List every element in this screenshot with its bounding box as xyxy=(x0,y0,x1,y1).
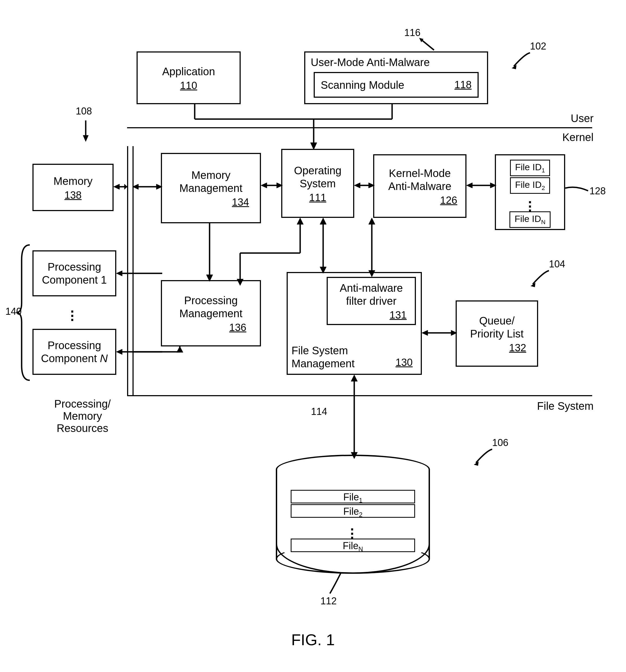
file-system-mgmt-label: File System Management xyxy=(292,344,354,369)
arrow-bus-memmgmt xyxy=(132,181,162,192)
svg-marker-25 xyxy=(490,183,496,188)
svg-marker-38 xyxy=(369,270,375,277)
svg-marker-19 xyxy=(277,183,282,188)
user-anti-malware-box: User-Mode Anti-Malware Scanning Module 1… xyxy=(304,51,488,104)
svg-marker-45 xyxy=(116,349,122,355)
file-id-row-1: File ID1 xyxy=(510,160,550,176)
pointer-112 xyxy=(325,573,346,595)
memory-mgmt-label: Memory Management xyxy=(178,168,244,196)
file-system-tier-label: File System xyxy=(523,400,594,412)
callout-140: 140 xyxy=(5,306,22,317)
file-id-box: File ID1 File ID2 ... File IDN xyxy=(495,154,565,230)
figure-caption: FIG. 1 xyxy=(0,631,626,649)
queue-label: Queue/ Priority List xyxy=(469,313,525,341)
memory-mgmt-ref: 134 xyxy=(232,196,249,209)
processing-component-n-label: Processing Component N xyxy=(40,338,109,366)
arrow-memmgmt-procmgmt xyxy=(204,223,215,282)
scanning-module-label: Scanning Module xyxy=(321,78,404,92)
memory-label: Memory xyxy=(52,173,94,189)
processing-mgmt-ref: 136 xyxy=(229,321,246,334)
file-rows-dots: ... xyxy=(350,524,354,536)
pointer-116 xyxy=(419,38,446,54)
svg-marker-12 xyxy=(114,184,120,189)
kernel-anti-malware-ref: 126 xyxy=(440,194,457,207)
database-cylinder: File1 File2 ... FileN xyxy=(276,455,430,574)
pointer-128 xyxy=(565,183,590,193)
file-row-1: File1 xyxy=(291,490,415,503)
user-tier-label: User xyxy=(561,112,594,124)
arrow-fsm-queue xyxy=(422,328,457,338)
processing-components-dots: ... xyxy=(70,306,74,318)
memory-box: Memory 138 xyxy=(32,164,114,211)
svg-marker-43 xyxy=(116,271,122,276)
arrow-bus-procmgmt-up xyxy=(132,346,203,363)
filter-driver-box: Anti-malware filter driver 131 xyxy=(327,277,416,325)
pointer-106 xyxy=(471,448,495,467)
svg-marker-15 xyxy=(132,184,139,189)
arrow-proc1-bus xyxy=(116,268,162,279)
arrow-memmgmt-os xyxy=(261,180,282,191)
pointer-102 xyxy=(508,51,533,70)
svg-marker-40 xyxy=(422,330,428,336)
svg-marker-50 xyxy=(351,375,357,381)
svg-marker-22 xyxy=(369,183,375,188)
operating-system-label: Operating System xyxy=(292,163,343,191)
scanning-module-box: Scanning Module 118 xyxy=(314,72,479,98)
operating-system-ref: 111 xyxy=(309,192,326,204)
arrow-kam-ids xyxy=(467,180,496,191)
arrow-os-kam xyxy=(354,180,375,191)
callout-112: 112 xyxy=(321,595,337,607)
kernel-anti-malware-box: Kernel-Mode Anti-Malware 126 xyxy=(373,154,467,218)
arrow-kam-filter xyxy=(367,218,377,277)
callout-104: 104 xyxy=(549,259,565,270)
pointer-104 xyxy=(527,269,552,288)
queue-box: Queue/ Priority List 132 xyxy=(456,301,538,367)
processing-component-n-box: Processing Component N xyxy=(32,329,116,375)
operating-system-box: Operating System 111 xyxy=(281,149,354,218)
arrow-os-procmgmt xyxy=(235,218,305,286)
scanning-module-ref: 118 xyxy=(455,79,472,91)
file-row-2: File2 xyxy=(291,504,415,518)
callout-116: 116 xyxy=(404,27,421,39)
callout-108: 108 xyxy=(76,105,92,117)
svg-marker-31 xyxy=(297,218,303,224)
processing-component-1-box: Processing Component 1 xyxy=(32,250,116,296)
kernel-tier-label: Kernel xyxy=(553,131,594,143)
arrow-memory-bus xyxy=(114,181,135,192)
user-anti-malware-label: User-Mode Anti-Malware xyxy=(305,55,431,70)
processing-component-1-label: Processing Component 1 xyxy=(40,259,108,287)
svg-marker-32 xyxy=(237,279,243,286)
arrow-fsm-db xyxy=(349,375,360,459)
queue-ref: 132 xyxy=(509,342,526,354)
svg-marker-51 xyxy=(351,452,357,459)
filter-driver-label: Anti-malware filter driver xyxy=(338,280,404,309)
arrow-os-fsm xyxy=(318,218,329,273)
callout-102: 102 xyxy=(530,41,546,52)
processing-mgmt-label: Processing Management xyxy=(178,293,244,321)
file-system-mgmt-box: Anti-malware filter driver 131 File Syst… xyxy=(286,272,422,375)
svg-marker-41 xyxy=(451,330,457,336)
pointer-108 xyxy=(82,120,90,142)
file-system-mgmt-ref: 130 xyxy=(396,356,412,369)
svg-marker-37 xyxy=(369,218,375,224)
file-row-n: FileN xyxy=(291,538,415,552)
filter-driver-ref: 131 xyxy=(390,309,407,321)
svg-marker-16 xyxy=(156,184,162,189)
svg-marker-10 xyxy=(310,143,317,150)
svg-marker-48 xyxy=(177,346,183,352)
kernel-anti-malware-label: Kernel-Mode Anti-Malware xyxy=(387,166,453,194)
svg-marker-21 xyxy=(354,183,360,188)
svg-marker-24 xyxy=(467,183,472,188)
memory-mgmt-box: Memory Management 134 xyxy=(161,153,261,223)
application-ref: 110 xyxy=(180,79,197,92)
arrow-app-os xyxy=(184,104,400,150)
kernel-fs-divider xyxy=(127,395,592,396)
svg-marker-35 xyxy=(320,267,326,273)
processing-mgmt-box: Processing Management 136 xyxy=(161,280,261,346)
svg-marker-27 xyxy=(206,275,213,282)
memory-ref: 138 xyxy=(65,189,81,201)
callout-106: 106 xyxy=(492,437,508,449)
file-id-dots: ... xyxy=(528,196,532,209)
resources-label: Processing/ Memory Resources xyxy=(47,398,118,434)
svg-marker-3 xyxy=(83,135,89,142)
